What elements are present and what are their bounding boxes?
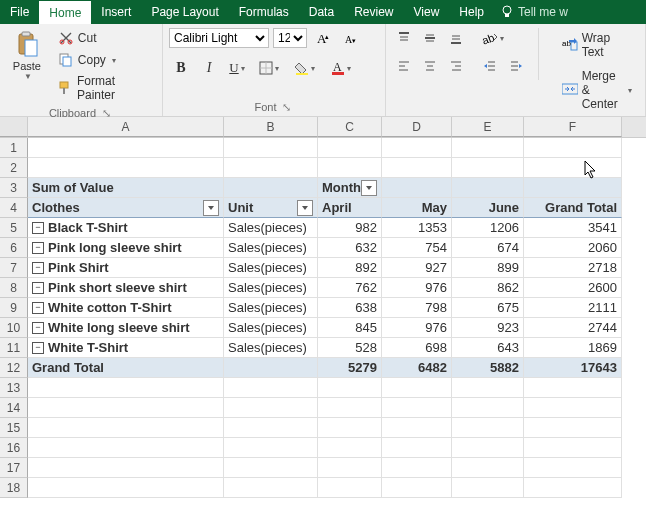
- row-header[interactable]: 11: [0, 338, 28, 358]
- column-header[interactable]: A: [28, 117, 224, 137]
- tell-me[interactable]: Tell me w: [500, 0, 568, 24]
- tab-help[interactable]: Help: [449, 0, 494, 24]
- cell[interactable]: [318, 418, 382, 438]
- collapse-icon[interactable]: −: [32, 322, 44, 334]
- row-header[interactable]: 4: [0, 198, 28, 218]
- row-header[interactable]: 6: [0, 238, 28, 258]
- pivot-value[interactable]: 674: [452, 238, 524, 258]
- cell[interactable]: [382, 418, 452, 438]
- column-header[interactable]: D: [382, 117, 452, 137]
- tab-data[interactable]: Data: [299, 0, 344, 24]
- pivot-unit[interactable]: Sales(pieces): [224, 338, 318, 358]
- pivot-value[interactable]: 643: [452, 338, 524, 358]
- cell[interactable]: [224, 358, 318, 378]
- cell[interactable]: [318, 458, 382, 478]
- pivot-row-total[interactable]: 3541: [524, 218, 622, 238]
- pivot-value[interactable]: 1206: [452, 218, 524, 238]
- pivot-month[interactable]: April: [318, 198, 382, 218]
- orientation-button[interactable]: ab▾: [478, 26, 508, 50]
- pivot-month[interactable]: June: [452, 198, 524, 218]
- cell[interactable]: [28, 158, 224, 178]
- pivot-value[interactable]: 845: [318, 318, 382, 338]
- cell[interactable]: [524, 478, 622, 498]
- format-painter-button[interactable]: Format Painter: [54, 72, 156, 104]
- cell[interactable]: [524, 158, 622, 178]
- pivot-unit[interactable]: Sales(pieces): [224, 278, 318, 298]
- cell[interactable]: [382, 458, 452, 478]
- pivot-value[interactable]: 862: [452, 278, 524, 298]
- cell[interactable]: [224, 458, 318, 478]
- spreadsheet-grid[interactable]: 123Sum of ValueMonth4ClothesUnitAprilMay…: [0, 138, 646, 498]
- row-header[interactable]: 14: [0, 398, 28, 418]
- pivot-row-total[interactable]: 2744: [524, 318, 622, 338]
- cell[interactable]: [318, 378, 382, 398]
- pivot-row-total[interactable]: 2111: [524, 298, 622, 318]
- row-header[interactable]: 5: [0, 218, 28, 238]
- cell[interactable]: [28, 418, 224, 438]
- row-header[interactable]: 16: [0, 438, 28, 458]
- tab-insert[interactable]: Insert: [91, 0, 141, 24]
- cell[interactable]: [452, 398, 524, 418]
- font-color-button[interactable]: A▾: [325, 56, 357, 80]
- pivot-value[interactable]: 528: [318, 338, 382, 358]
- cell[interactable]: [524, 418, 622, 438]
- tab-formulas[interactable]: Formulas: [229, 0, 299, 24]
- cell[interactable]: [224, 438, 318, 458]
- align-bottom-icon[interactable]: [444, 26, 468, 50]
- row-header[interactable]: 15: [0, 418, 28, 438]
- paste-button[interactable]: Paste ▼: [6, 26, 48, 81]
- cell[interactable]: [318, 438, 382, 458]
- cell[interactable]: [318, 138, 382, 158]
- italic-button[interactable]: I: [197, 56, 221, 80]
- cell[interactable]: [382, 178, 452, 198]
- cell[interactable]: [318, 398, 382, 418]
- borders-button[interactable]: ▾: [253, 56, 285, 80]
- pivot-row-name[interactable]: −White cotton T-Shirt: [28, 298, 224, 318]
- cell[interactable]: [224, 158, 318, 178]
- pivot-value[interactable]: 982: [318, 218, 382, 238]
- tab-file[interactable]: File: [0, 0, 39, 24]
- pivot-value[interactable]: 976: [382, 318, 452, 338]
- pivot-value[interactable]: 698: [382, 338, 452, 358]
- cell[interactable]: [318, 158, 382, 178]
- cell[interactable]: [382, 398, 452, 418]
- pivot-value[interactable]: 976: [382, 278, 452, 298]
- merge-center-button[interactable]: Merge & Center ▾: [555, 66, 639, 114]
- pivot-value[interactable]: 675: [452, 298, 524, 318]
- cell[interactable]: [224, 398, 318, 418]
- pivot-value[interactable]: 892: [318, 258, 382, 278]
- pivot-month[interactable]: May: [382, 198, 452, 218]
- filter-dropdown-icon[interactable]: [361, 180, 377, 196]
- pivot-value[interactable]: 923: [452, 318, 524, 338]
- cell[interactable]: [452, 418, 524, 438]
- cell[interactable]: [224, 378, 318, 398]
- align-center-icon[interactable]: [418, 54, 442, 78]
- pivot-row-name[interactable]: −Black T-Shirt: [28, 218, 224, 238]
- cell[interactable]: [28, 438, 224, 458]
- collapse-icon[interactable]: −: [32, 342, 44, 354]
- pivot-grand-total-label[interactable]: Grand Total: [524, 198, 622, 218]
- align-middle-icon[interactable]: [418, 26, 442, 50]
- pivot-row-total[interactable]: 1869: [524, 338, 622, 358]
- column-header[interactable]: E: [452, 117, 524, 137]
- cell[interactable]: [452, 138, 524, 158]
- row-header[interactable]: 8: [0, 278, 28, 298]
- pivot-unit[interactable]: Sales(pieces): [224, 238, 318, 258]
- font-size-select[interactable]: 12: [273, 28, 307, 48]
- cell[interactable]: [524, 398, 622, 418]
- pivot-row-label[interactable]: Clothes: [28, 198, 224, 218]
- tab-view[interactable]: View: [404, 0, 450, 24]
- pivot-grand-total[interactable]: 17643: [524, 358, 622, 378]
- cell[interactable]: [452, 478, 524, 498]
- pivot-value[interactable]: 638: [318, 298, 382, 318]
- cell[interactable]: [382, 378, 452, 398]
- row-header[interactable]: 1: [0, 138, 28, 158]
- cell[interactable]: [452, 158, 524, 178]
- cell[interactable]: [524, 378, 622, 398]
- cell[interactable]: [524, 438, 622, 458]
- row-header[interactable]: 7: [0, 258, 28, 278]
- cell[interactable]: [28, 478, 224, 498]
- collapse-icon[interactable]: −: [32, 262, 44, 274]
- row-header[interactable]: 9: [0, 298, 28, 318]
- cell[interactable]: [28, 138, 224, 158]
